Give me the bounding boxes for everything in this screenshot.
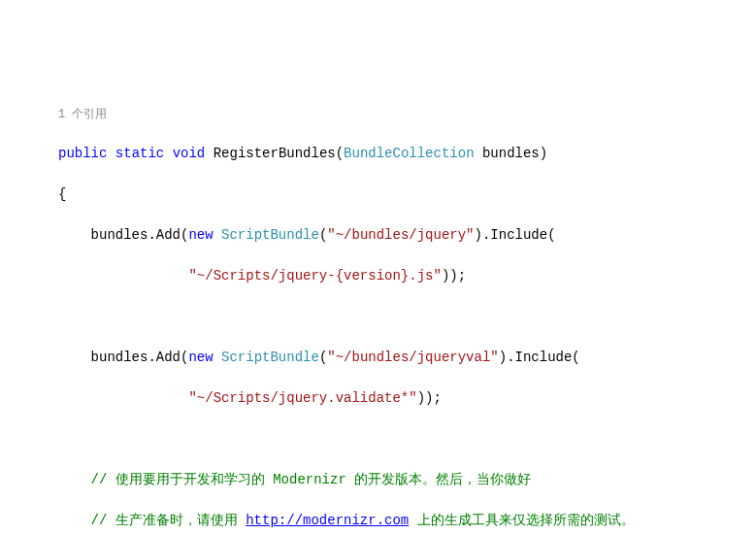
comment-modernizr-2: // 生产准备时，请使用 http://modernizr.com 上的生成工具…	[58, 511, 756, 531]
bundle-add-jqueryval: bundles.Add(new ScriptBundle("~/bundles/…	[58, 348, 756, 368]
param-type: BundleCollection	[344, 146, 474, 161]
bundle-jquery-file: "~/Scripts/jquery-{version}.js"));	[58, 266, 756, 286]
keyword-public: public	[58, 146, 107, 161]
blank-line	[58, 307, 756, 327]
blank-line	[58, 429, 756, 450]
keyword-void: void	[173, 146, 206, 161]
method-signature: public static void RegisterBundles(Bundl…	[58, 144, 756, 164]
keyword-static: static	[115, 146, 164, 161]
bundle-add-jquery: bundles.Add(new ScriptBundle("~/bundles/…	[58, 225, 756, 246]
reference-count[interactable]: 1 个引用	[58, 106, 756, 123]
bundle-jqueryval-file: "~/Scripts/jquery.validate*"));	[58, 388, 756, 409]
param-name: bundles	[482, 146, 540, 161]
brace-open: {	[58, 184, 756, 205]
code-editor[interactable]: 1 个引用 public static void RegisterBundles…	[0, 85, 756, 534]
method-name: RegisterBundles	[214, 146, 336, 161]
modernizr-link[interactable]: http://modernizr.com	[246, 513, 409, 528]
comment-modernizr-1: // 使用要用于开发和学习的 Modernizr 的开发版本。然后，当你做好	[58, 470, 756, 490]
